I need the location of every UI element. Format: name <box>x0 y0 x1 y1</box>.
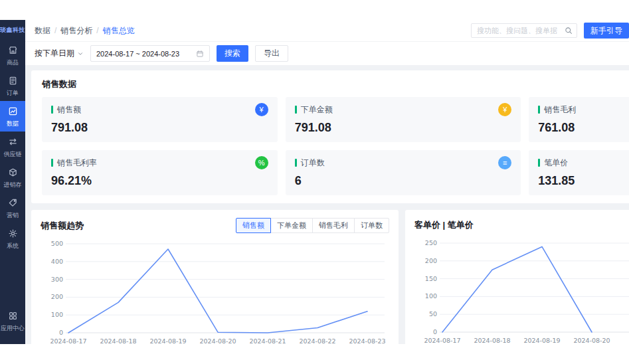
percent-circle-icon: % <box>255 156 268 169</box>
svg-text:2024-08-23: 2024-08-23 <box>349 337 385 344</box>
svg-text:2024-08-18: 2024-08-18 <box>100 337 136 344</box>
date-range-input[interactable]: 2024-08-17 ~ 2024-08-23 <box>90 45 210 62</box>
stat-card-gross-profit: 销售毛利 761.08 <box>529 97 629 142</box>
sidebar-item-label: 商品 <box>7 60 19 66</box>
orders-icon <box>8 76 18 88</box>
svg-text:400: 400 <box>51 258 63 265</box>
breadcrumb-separator: / <box>96 26 98 35</box>
svg-text:2024-08-19: 2024-08-19 <box>149 337 186 344</box>
search-icon[interactable] <box>565 27 573 35</box>
sidebar-item-label: 系统 <box>7 243 19 249</box>
inventory-icon <box>8 167 18 180</box>
stat-accent-bar <box>295 106 297 114</box>
search-button[interactable]: 搜索 <box>217 45 248 62</box>
sidebar-item-data[interactable]: 数据 <box>0 101 25 132</box>
topbar-right: 新手引导 <box>471 23 629 39</box>
coin-circle-icon: ¥ <box>498 103 511 116</box>
svg-text:2024-08-17: 2024-08-17 <box>424 337 460 344</box>
stat-label: 销售额 <box>57 104 81 116</box>
stat-value: 131.85 <box>538 174 629 188</box>
svg-text:0: 0 <box>59 329 63 336</box>
sidebar-item-label: 营销 <box>7 213 19 219</box>
svg-text:0: 0 <box>433 328 437 335</box>
svg-text:150: 150 <box>425 275 437 282</box>
stat-card-gross-margin: 销售毛利率 % 96.21% <box>42 150 278 195</box>
stat-value: 761.08 <box>538 121 629 135</box>
date-type-label: 按下单日期 <box>35 48 74 59</box>
content-area: 销售数据 销售额 ¥ 791.08 下单金额 <box>25 65 629 344</box>
svg-text:500: 500 <box>51 240 63 247</box>
stat-card-sales-amount: 销售额 ¥ 791.08 <box>42 97 278 142</box>
stat-label: 销售毛利 <box>544 104 576 116</box>
chart-title: 销售额趋势 <box>41 220 84 232</box>
charts-row: 销售额趋势 销售额 下单金额 销售毛利 订单数 0100200300400500… <box>31 210 629 344</box>
sidebar-item-goods[interactable]: 商品 <box>0 40 25 70</box>
svg-text:300: 300 <box>51 276 63 283</box>
unit-price-chart: 0501001502002502024-08-172024-08-182024-… <box>414 235 629 344</box>
sidebar-item-inventory[interactable]: 进销存 <box>0 162 25 193</box>
section-title: 销售数据 <box>42 78 629 90</box>
svg-text:2024-08-19: 2024-08-19 <box>523 337 560 344</box>
stat-accent-bar <box>51 159 53 167</box>
svg-text:2024-08-22: 2024-08-22 <box>299 337 335 344</box>
main-area: 数据 / 销售分析 / 销售总览 新手引导 按下单日期 2024-08-1 <box>25 20 629 344</box>
sidebar-item-label: 应用中心 <box>1 325 25 331</box>
sidebar-item-label: 进销存 <box>4 182 22 188</box>
sidebar-item-orders[interactable]: 订单 <box>0 70 25 101</box>
stat-label: 下单金额 <box>301 104 333 116</box>
beginner-guide-button[interactable]: 新手引导 <box>584 23 629 39</box>
stat-card-order-count: 订单数 ≡ 6 <box>286 150 521 195</box>
sidebar-item-system[interactable]: 系统 <box>0 223 25 254</box>
export-button[interactable]: 导出 <box>255 45 288 62</box>
global-search-box <box>471 23 577 38</box>
stat-accent-bar <box>51 106 53 114</box>
stat-accent-bar <box>295 159 297 167</box>
tab-order-amount[interactable]: 下单金额 <box>270 218 313 233</box>
yen-circle-icon: ¥ <box>255 103 268 116</box>
stat-value: 96.21% <box>51 174 268 188</box>
svg-text:2024-08-18: 2024-08-18 <box>474 337 510 344</box>
sidebar-item-supply-chain[interactable]: 供应链 <box>0 132 25 162</box>
trend-metric-tabs: 销售额 下单金额 销售毛利 订单数 <box>236 218 389 233</box>
tab-order-count[interactable]: 订单数 <box>354 218 389 233</box>
stat-value: 791.08 <box>295 121 512 135</box>
stat-grid: 销售额 ¥ 791.08 下单金额 ¥ 791.08 <box>42 97 629 195</box>
sales-trend-card: 销售额趋势 销售额 下单金额 销售毛利 订单数 0100200300400500… <box>31 210 399 344</box>
chevron-down-icon <box>77 50 84 57</box>
supply-chain-icon <box>8 137 18 149</box>
app-logo: 琰鑫科技 <box>0 20 25 40</box>
date-range-value: 2024-08-17 ~ 2024-08-23 <box>96 50 179 58</box>
svg-text:250: 250 <box>425 239 437 246</box>
svg-text:200: 200 <box>425 257 437 264</box>
svg-text:2024-08-21: 2024-08-21 <box>249 337 286 344</box>
sales-trend-chart: 01002003004005002024-08-172024-08-182024… <box>41 236 387 344</box>
svg-text:50: 50 <box>429 310 437 318</box>
tab-gross-profit[interactable]: 销售毛利 <box>312 218 355 233</box>
breadcrumb-item-current[interactable]: 销售总览 <box>103 25 135 37</box>
svg-text:100: 100 <box>51 311 63 318</box>
svg-text:200: 200 <box>51 293 63 300</box>
date-type-select[interactable]: 按下单日期 <box>35 48 84 59</box>
search-input[interactable] <box>476 26 565 35</box>
sidebar-item-label: 供应链 <box>4 151 22 157</box>
svg-text:2024-08-17: 2024-08-17 <box>50 337 86 344</box>
tab-sales-amount[interactable]: 销售额 <box>236 218 271 233</box>
sidebar-item-app-center[interactable]: 应用中心 <box>0 306 25 336</box>
calendar-icon <box>196 50 204 58</box>
breadcrumb-item[interactable]: 销售分析 <box>60 25 92 37</box>
svg-text:2024-08-20: 2024-08-20 <box>573 337 610 344</box>
breadcrumb-separator: / <box>54 26 56 35</box>
breadcrumb-item[interactable]: 数据 <box>35 25 50 37</box>
stat-card-avg-order-value: 笔单价 131.85 <box>529 150 629 195</box>
data-icon <box>8 106 18 119</box>
system-icon <box>8 228 18 241</box>
stat-accent-bar <box>538 106 540 114</box>
stat-label: 销售毛利率 <box>57 157 97 169</box>
stat-label: 笔单价 <box>544 157 568 169</box>
filter-bar: 按下单日期 2024-08-17 ~ 2024-08-23 搜索 导出 <box>25 41 629 65</box>
app-center-icon <box>8 311 18 323</box>
stat-accent-bar <box>538 159 540 167</box>
app-window: 琰鑫科技 商品 订单 数据 供应链 进销存 营销 系统 <box>0 20 629 344</box>
svg-text:100: 100 <box>425 292 437 300</box>
sidebar-item-marketing[interactable]: 营销 <box>0 193 25 223</box>
